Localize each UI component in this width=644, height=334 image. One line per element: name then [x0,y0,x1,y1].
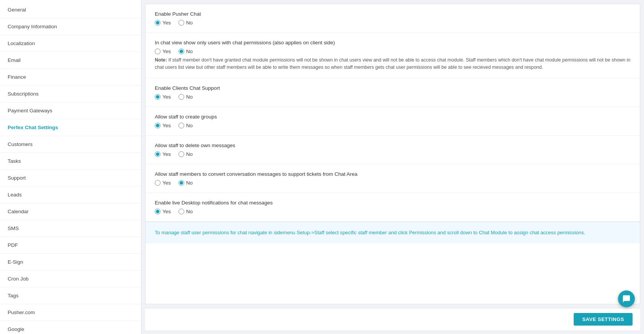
radio-group-enable_clients_chat: YesNo [155,94,631,100]
radio-option-live_desktop_notifications-no[interactable]: No [178,209,193,214]
sidebar-item-subscriptions[interactable]: Subscriptions [0,86,141,102]
setting-label-enable_clients_chat: Enable Clients Chat Support [155,85,631,91]
setting-row-chat_view_users: In chat view show only users with chat p… [146,33,640,78]
radio-label-chat_view_users-no: No [186,49,193,54]
sidebar-item-cron-job[interactable]: Cron Job [0,271,141,287]
radio-option-allow_staff_delete-no[interactable]: No [178,151,193,157]
radio-input-allow_staff_groups-no[interactable] [178,123,184,128]
setting-row-allow_staff_delete: Allow staff to delete own messagesYesNo [146,136,640,164]
sidebar-item-localization[interactable]: Localization [0,35,141,52]
chat-icon [622,295,631,303]
radio-group-allow_staff_groups: YesNo [155,123,631,128]
radio-input-chat_view_users-yes[interactable] [155,49,161,54]
radio-option-enable_clients_chat-yes[interactable]: Yes [155,94,171,100]
radio-input-live_desktop_notifications-no[interactable] [178,209,184,214]
radio-option-allow_staff_delete-yes[interactable]: Yes [155,151,171,157]
radio-input-enable_pusher_chat-no[interactable] [178,20,184,26]
sidebar-item-calendar[interactable]: Calendar [0,203,141,220]
radio-label-convert_to_ticket-yes: Yes [162,180,171,186]
radio-label-live_desktop_notifications-no: No [186,209,193,214]
radio-label-allow_staff_delete-yes: Yes [162,151,171,157]
radio-label-enable_clients_chat-no: No [186,94,193,100]
footer-bar: SAVE SETTINGS [145,308,640,330]
radio-input-convert_to_ticket-yes[interactable] [155,180,161,186]
radio-input-enable_pusher_chat-yes[interactable] [155,20,161,26]
setting-label-allow_staff_delete: Allow staff to delete own messages [155,143,631,148]
radio-option-allow_staff_groups-yes[interactable]: Yes [155,123,171,128]
radio-group-allow_staff_delete: YesNo [155,151,631,157]
sidebar-item-pdf[interactable]: PDF [0,237,141,254]
radio-option-enable_clients_chat-no[interactable]: No [178,94,193,100]
sidebar-item-support[interactable]: Support [0,170,141,186]
radio-option-allow_staff_groups-no[interactable]: No [178,123,193,128]
setting-label-allow_staff_groups: Allow staff to create groups [155,114,631,120]
sidebar-item-google[interactable]: Google [0,321,141,334]
radio-option-live_desktop_notifications-yes[interactable]: Yes [155,209,171,214]
note-text-chat_view_users: Note: If staff member don't have granted… [155,57,631,71]
radio-input-convert_to_ticket-no[interactable] [178,180,184,186]
radio-group-chat_view_users: YesNo [155,49,631,54]
setting-row-enable_clients_chat: Enable Clients Chat SupportYesNo [146,78,640,107]
sidebar-item-pusher-com[interactable]: Pusher.com [0,304,141,321]
radio-label-chat_view_users-yes: Yes [162,49,171,54]
radio-input-enable_clients_chat-no[interactable] [178,94,184,100]
sidebar-item-tasks[interactable]: Tasks [0,153,141,170]
setting-row-enable_pusher_chat: Enable Pusher ChatYesNo [146,4,640,33]
chat-bubble-button[interactable] [618,290,635,307]
radio-option-enable_pusher_chat-yes[interactable]: Yes [155,20,171,26]
sidebar-item-company-information[interactable]: Company Information [0,18,141,35]
radio-input-allow_staff_delete-no[interactable] [178,151,184,157]
radio-label-enable_pusher_chat-no: No [186,20,193,26]
setting-label-enable_pusher_chat: Enable Pusher Chat [155,11,631,17]
radio-group-enable_pusher_chat: YesNo [155,20,631,26]
radio-label-allow_staff_delete-no: No [186,151,193,157]
sidebar-item-sms[interactable]: SMS [0,220,141,237]
setting-label-convert_to_ticket: Allow staff members to convert conversat… [155,171,631,177]
sidebar-item-payment-gateways[interactable]: Payment Gateways [0,102,141,119]
radio-group-live_desktop_notifications: YesNo [155,209,631,214]
radio-option-enable_pusher_chat-no[interactable]: No [178,20,193,26]
setting-row-convert_to_ticket: Allow staff members to convert conversat… [146,164,640,193]
sidebar-item-e-sign[interactable]: E-Sign [0,254,141,271]
radio-group-convert_to_ticket: YesNo [155,180,631,186]
radio-option-chat_view_users-yes[interactable]: Yes [155,49,171,54]
radio-input-enable_clients_chat-yes[interactable] [155,94,161,100]
radio-label-allow_staff_groups-yes: Yes [162,123,171,128]
setting-row-allow_staff_groups: Allow staff to create groupsYesNo [146,107,640,136]
radio-option-convert_to_ticket-yes[interactable]: Yes [155,180,171,186]
setting-label-live_desktop_notifications: Enable live Desktop notifications for ch… [155,200,631,206]
radio-label-live_desktop_notifications-yes: Yes [162,209,171,214]
radio-input-live_desktop_notifications-yes[interactable] [155,209,161,214]
sidebar: GeneralCompany InformationLocalizationEm… [0,0,141,334]
radio-input-allow_staff_delete-yes[interactable] [155,151,161,157]
radio-input-allow_staff_groups-yes[interactable] [155,123,161,128]
radio-label-convert_to_ticket-no: No [186,180,193,186]
info-box-text: To manage staff user permissions for cha… [155,229,631,237]
save-settings-button[interactable]: SAVE SETTINGS [574,313,633,326]
setting-row-live_desktop_notifications: Enable live Desktop notifications for ch… [146,193,640,222]
settings-card: Enable Pusher ChatYesNoIn chat view show… [145,4,640,304]
info-box: To manage staff user permissions for cha… [146,222,640,244]
main-content: Enable Pusher ChatYesNoIn chat view show… [141,0,644,334]
sidebar-item-perfex-chat-settings[interactable]: Perfex Chat Settings [0,119,141,136]
radio-label-allow_staff_groups-no: No [186,123,193,128]
sidebar-item-finance[interactable]: Finance [0,69,141,86]
radio-option-convert_to_ticket-no[interactable]: No [178,180,193,186]
sidebar-item-customers[interactable]: Customers [0,136,141,153]
sidebar-item-general[interactable]: General [0,2,141,18]
radio-label-enable_clients_chat-yes: Yes [162,94,171,100]
radio-label-enable_pusher_chat-yes: Yes [162,20,171,26]
sidebar-item-leads[interactable]: Leads [0,186,141,203]
radio-input-chat_view_users-no[interactable] [178,49,184,54]
sidebar-item-tags[interactable]: Tags [0,287,141,304]
radio-option-chat_view_users-no[interactable]: No [178,49,193,54]
setting-label-chat_view_users: In chat view show only users with chat p… [155,40,631,45]
sidebar-item-email[interactable]: Email [0,52,141,69]
